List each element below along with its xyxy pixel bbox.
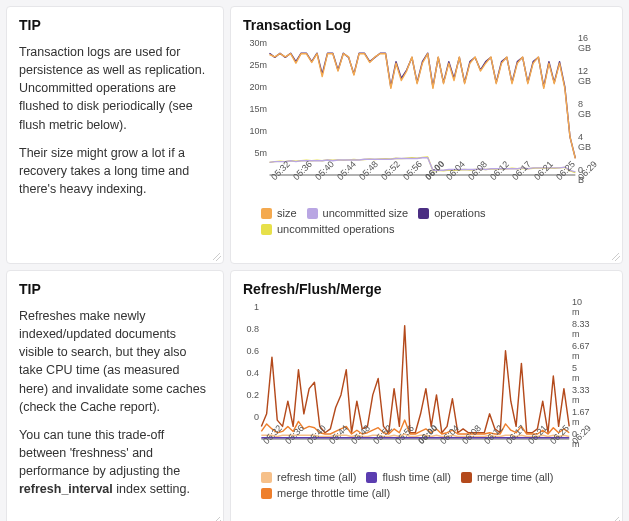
legend-item-uncommitted-operations[interactable]: uncommitted operations bbox=[261, 223, 394, 235]
tip-paragraph: Transaction logs are used for persistenc… bbox=[19, 43, 211, 134]
swatch-icon bbox=[261, 488, 272, 499]
swatch-icon bbox=[366, 472, 377, 483]
chart-title: Refresh/Flush/Merge bbox=[243, 281, 610, 297]
swatch-icon bbox=[307, 208, 318, 219]
chart-legend: refresh time (all) flush time (all) merg… bbox=[243, 471, 610, 499]
swatch-icon bbox=[261, 208, 272, 219]
tip-paragraph: You can tune this trade-off between 'fre… bbox=[19, 426, 211, 499]
tip-title: TIP bbox=[19, 281, 211, 297]
tip-card-rfm: TIP Refreshes make newly indexed/updated… bbox=[6, 270, 224, 521]
legend-item-refresh[interactable]: refresh time (all) bbox=[261, 471, 356, 483]
chart-plot-area[interactable]: 00.20.40.60.81 0 m1.67 m3.33 m5 m6.67 m8… bbox=[243, 307, 610, 467]
legend-item-uncommitted-size[interactable]: uncommitted size bbox=[307, 207, 409, 219]
legend-item-flush[interactable]: flush time (all) bbox=[366, 471, 450, 483]
legend-item-operations[interactable]: operations bbox=[418, 207, 485, 219]
chart-plot-area[interactable]: 5m10m15m20m25m30m 0 B4 GB8 GB12 GB16 GB … bbox=[243, 43, 610, 203]
swatch-icon bbox=[261, 224, 272, 235]
chart-legend: size uncommitted size operations uncommi… bbox=[243, 207, 610, 235]
legend-item-size[interactable]: size bbox=[261, 207, 297, 219]
setting-name: refresh_interval bbox=[19, 482, 113, 496]
tip-card-txlog: TIP Transaction logs are used for persis… bbox=[6, 6, 224, 264]
swatch-icon bbox=[418, 208, 429, 219]
legend-item-throttle[interactable]: merge throttle time (all) bbox=[261, 487, 390, 499]
swatch-icon bbox=[461, 472, 472, 483]
tip-title: TIP bbox=[19, 17, 211, 33]
tip-paragraph: Their size might grow a lot if a recover… bbox=[19, 144, 211, 198]
tip-paragraph: Refreshes make newly indexed/updated doc… bbox=[19, 307, 211, 416]
chart-card-refresh-flush-merge: Refresh/Flush/Merge 00.20.40.60.81 0 m1.… bbox=[230, 270, 623, 521]
legend-item-merge[interactable]: merge time (all) bbox=[461, 471, 553, 483]
chart-card-transaction-log: Transaction Log 5m10m15m20m25m30m 0 B4 G… bbox=[230, 6, 623, 264]
swatch-icon bbox=[261, 472, 272, 483]
chart-title: Transaction Log bbox=[243, 17, 610, 33]
